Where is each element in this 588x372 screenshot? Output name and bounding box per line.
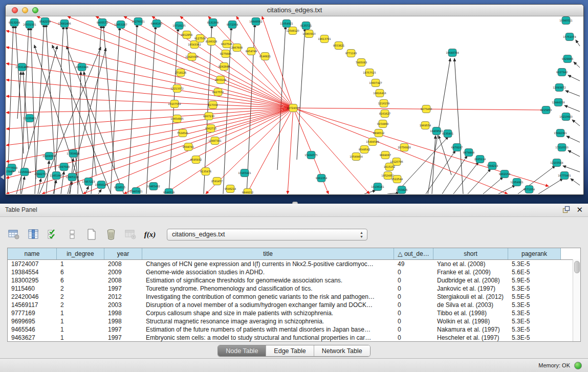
cell-name[interactable]: 18300295	[8, 276, 57, 285]
citation-edge-black[interactable]	[574, 62, 580, 68]
graph-node[interactable]: 9313204	[9, 19, 20, 27]
graph-node[interactable]: 8896512	[373, 129, 384, 137]
cell-out_degree[interactable]: 0	[394, 268, 433, 276]
cell-short[interactable]: Franke et al. (2009)	[433, 268, 508, 276]
citation-edge-black[interactable]	[39, 47, 101, 194]
citation-edge-red[interactable]	[165, 108, 293, 194]
tab-edge-table[interactable]: Edge Table	[266, 345, 313, 356]
graph-node[interactable]: 9124515	[114, 184, 125, 191]
graph-node[interactable]: 10340511	[559, 17, 572, 25]
graph-node[interactable]: 9135401	[442, 130, 453, 138]
column-header-in_degree[interactable]: in_degree	[57, 248, 104, 259]
graph-node[interactable]: 20756928	[398, 144, 410, 151]
citation-edge-black[interactable]	[568, 150, 580, 157]
graph-node[interactable]: 7485083	[356, 59, 367, 67]
citation-edge-black[interactable]	[98, 189, 101, 194]
cell-out_degree[interactable]: 0	[394, 325, 433, 334]
graph-node[interactable]: 1615152	[384, 163, 395, 171]
graph-node[interactable]: 7524541	[177, 129, 188, 137]
cell-name[interactable]: 22420046	[8, 293, 57, 301]
table-row[interactable]: 1872400712008Changes of HCN gene express…	[8, 260, 580, 268]
citation-edge-black[interactable]	[428, 58, 450, 194]
graph-node[interactable]: 10958124	[95, 181, 107, 189]
table-row[interactable]: 1456911722003Disruption of a novel membe…	[8, 301, 580, 309]
graph-node[interactable]: 15434575	[304, 151, 317, 159]
graph-node[interactable]: 23942737	[34, 170, 47, 178]
graph-node[interactable]: 9267130	[203, 113, 214, 120]
graph-node[interactable]: 9329966	[562, 55, 573, 63]
column-header-out_degree[interactable]: △ out_de…	[394, 248, 433, 259]
cell-name[interactable]: 18724007	[8, 260, 57, 268]
graph-node[interactable]: 1753426	[396, 186, 407, 194]
graph-node[interactable]: 9462154	[499, 170, 510, 178]
cell-out_degree[interactable]: 0	[394, 293, 433, 301]
graph-node[interactable]: 10653287	[114, 21, 127, 29]
graph-node[interactable]: 16775401	[558, 172, 571, 180]
graph-node[interactable]: 14136141	[371, 183, 384, 191]
column-header-short[interactable]: short	[433, 248, 508, 259]
graph-node[interactable]: 17957223	[82, 178, 95, 186]
citation-edge-black[interactable]	[364, 190, 376, 194]
graph-node[interactable]: 19613791	[318, 35, 331, 43]
graph-node[interactable]: 10465432	[147, 183, 160, 190]
graph-node[interactable]: 9594741	[183, 143, 194, 151]
panel-collapse-arrow-icon[interactable]	[1, 174, 4, 180]
show-columns-icon[interactable]	[27, 228, 40, 241]
cell-pagerank[interactable]: 5.3E-5	[508, 334, 561, 342]
cell-pagerank[interactable]: 5.9E-5	[508, 276, 561, 285]
graph-node[interactable]: 9405572	[97, 19, 108, 27]
graph-node[interactable]: 10607427	[369, 79, 382, 87]
graph-node[interactable]: 16648784	[446, 49, 459, 57]
cell-out_degree[interactable]: 49	[394, 260, 433, 268]
cell-title[interactable]: Estimation of the future numbers of pati…	[142, 325, 394, 334]
graph-node[interactable]: 9684067	[380, 151, 391, 159]
citation-edge-black[interactable]	[297, 28, 305, 160]
graph-node[interactable]: 9362715	[205, 125, 216, 133]
table-row[interactable]: 1938455462009Genome-wide association stu…	[8, 268, 580, 276]
graph-node[interactable]: 12213372	[170, 85, 183, 93]
column-header-pagerank[interactable]: pagerank	[508, 248, 561, 259]
cell-out_degree[interactable]: 0	[394, 334, 433, 342]
cell-year[interactable]: 2003	[104, 301, 142, 309]
graph-node[interactable]: 8454749	[246, 48, 257, 55]
cell-short[interactable]: Hescheler et al. (1997)	[433, 334, 508, 342]
graph-node[interactable]: 8427552	[212, 89, 224, 96]
table-row[interactable]: 911546021997Tourette syndrome. Phenomeno…	[8, 285, 580, 293]
citation-edge-black[interactable]	[567, 136, 580, 142]
cell-pagerank[interactable]: 5.3E-5	[508, 285, 561, 293]
cell-pagerank[interactable]: 5.3E-5	[508, 301, 561, 309]
graph-node[interactable]: 9549542	[359, 146, 370, 154]
graph-node[interactable]: 8161627	[379, 110, 390, 118]
cell-short[interactable]: Jankovic et al. (1997)	[433, 285, 508, 293]
graph-node[interactable]: 9771193	[345, 50, 357, 57]
column-header-title[interactable]: title	[142, 248, 394, 259]
citation-edge-black[interactable]	[426, 150, 455, 194]
graph-node[interactable]: 11054921	[280, 20, 293, 28]
cell-title[interactable]: Structural magnetic resonance image aver…	[142, 317, 394, 325]
cell-year[interactable]: 1997	[104, 334, 142, 342]
graph-node[interactable]: 16210643	[559, 113, 572, 121]
cell-out_degree[interactable]: 0	[394, 276, 433, 285]
citation-edge-black[interactable]	[46, 24, 55, 170]
cell-in_degree[interactable]: 1	[57, 309, 104, 317]
citation-edge-red[interactable]	[247, 108, 293, 194]
network-canvas[interactable]: 9313204205315019542154276914069405572106…	[6, 16, 583, 194]
graph-node[interactable]: 8186328	[206, 38, 217, 46]
cell-title[interactable]: Estimation of significance thresholds fo…	[142, 276, 394, 285]
graph-node[interactable]: 9127508	[194, 35, 206, 42]
graph-node[interactable]: 2591457	[211, 178, 223, 185]
attribute-table[interactable]: namein_degreeyeartitle△ out_de…shortpage…	[7, 248, 581, 342]
cell-year[interactable]: 2008	[104, 260, 142, 268]
graph-node[interactable]: 15692391	[554, 129, 567, 137]
cell-name[interactable]: 9699695	[8, 317, 57, 325]
cell-out_degree[interactable]: 0	[394, 309, 433, 317]
delete-column-icon[interactable]	[104, 228, 118, 241]
graph-node[interactable]: 9546214	[225, 185, 236, 193]
graph-node[interactable]: 12444158	[552, 99, 564, 106]
cell-in_degree[interactable]: 1	[57, 260, 104, 268]
graph-node[interactable]: 12103544	[550, 159, 563, 167]
graph-node[interactable]: 12548120	[286, 27, 299, 35]
cell-out_degree[interactable]: 0	[394, 317, 433, 325]
cell-pagerank[interactable]: 5.3E-5	[508, 260, 561, 268]
citation-edge-black[interactable]	[169, 28, 178, 194]
